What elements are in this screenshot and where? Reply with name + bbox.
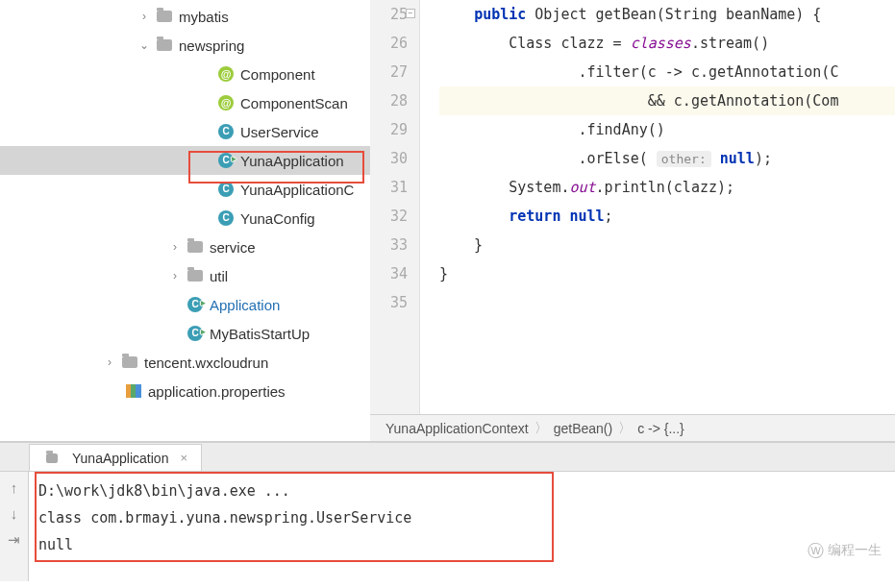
fold-icon[interactable] (406, 268, 415, 278)
folder-icon (186, 267, 204, 284)
editor-body[interactable]: public Object getBean(String beanName) {… (420, 0, 895, 414)
tree-item[interactable]: ›CApplication (0, 290, 370, 319)
run-tool-window: YunaApplication × ↑ ↓ ⇥ D:\work\jdk8\bin… (0, 442, 895, 581)
tree-item[interactable]: ›util (0, 261, 370, 290)
annotation-icon: @ (217, 65, 235, 83)
tree-item-label: YunaApplicationC (240, 182, 354, 198)
crumb-method[interactable]: getBean() (548, 421, 618, 436)
code-line[interactable]: .findAny() (439, 115, 895, 144)
tree-item[interactable]: ›CUserService (0, 117, 370, 146)
gutter-line[interactable]: 27 (370, 58, 408, 86)
fold-icon[interactable]: − (406, 9, 415, 18)
fold-icon[interactable] (406, 239, 415, 249)
tree-item-label: util (210, 268, 228, 284)
tree-item[interactable]: ›CYunaApplicationC (0, 175, 370, 204)
class-icon: C (186, 296, 204, 313)
console-body: ↑ ↓ ⇥ D:\work\jdk8\bin\java.exe ...class… (0, 472, 895, 581)
folder-icon (121, 354, 138, 371)
tree-item-label: tencent.wxcloudrun (144, 355, 268, 371)
scroll-down-icon[interactable]: ↓ (11, 505, 18, 522)
gutter-line[interactable]: 26 (370, 29, 408, 58)
gutter-line[interactable]: 30 (370, 144, 408, 173)
code-line[interactable]: Class clazz = classes.stream() (439, 29, 895, 58)
project-tree[interactable]: ›mybatis⌄newspring›@Component›@Component… (0, 0, 370, 441)
folder-icon (156, 37, 173, 54)
gutter-line[interactable]: 32 (370, 202, 408, 231)
tree-host: ›mybatis⌄newspring›@Component›@Component… (0, 0, 370, 407)
tree-item-label: ComponentScan (240, 95, 348, 111)
class-icon: C (217, 152, 235, 169)
wrap-icon[interactable]: ⇥ (8, 531, 20, 549)
chevron-right-icon[interactable]: › (137, 10, 152, 23)
class-icon: C (186, 325, 204, 342)
chevron-right-icon[interactable]: › (102, 355, 117, 369)
chevron-right-icon: 〉 (618, 420, 632, 437)
gutter-line[interactable]: 34 (370, 259, 408, 288)
gutter-line[interactable]: 25− (370, 0, 408, 29)
tree-item-label: mybatis (179, 9, 229, 25)
code-line[interactable] (439, 288, 895, 317)
tree-item[interactable]: ›service (0, 233, 370, 261)
code-line[interactable]: } (439, 259, 895, 288)
tree-item-label: Application (210, 297, 280, 313)
tree-item-label: newspring (179, 37, 244, 54)
console-line: D:\work\jdk8\bin\java.exe ... (38, 478, 885, 504)
code-line[interactable]: && c.getAnnotation(Com (439, 86, 895, 115)
crumb-context[interactable]: YunaApplicationContext (380, 421, 535, 436)
editor-gutter: 25−26272829303132333435 (370, 0, 420, 414)
code-editor[interactable]: 25−26272829303132333435 public Object ge… (370, 0, 895, 414)
close-icon[interactable]: × (180, 451, 187, 465)
tree-item[interactable]: ›CMyBatisStartUp (0, 319, 370, 348)
class-icon: C (217, 209, 235, 227)
run-tab-bar: YunaApplication × (0, 443, 895, 472)
tree-item[interactable]: ›CYunaConfig (0, 204, 370, 233)
console-toolbar: ↑ ↓ ⇥ (0, 472, 29, 581)
folder-icon (156, 8, 173, 25)
gutter-line[interactable]: 35 (370, 288, 408, 317)
run-config-tab[interactable]: YunaApplication × (29, 444, 202, 471)
breadcrumb-bar: YunaApplicationContext 〉 getBean() 〉 c -… (370, 414, 895, 441)
scroll-up-icon[interactable]: ↑ (11, 479, 18, 496)
folder-icon (186, 238, 204, 256)
chevron-right-icon[interactable]: › (167, 240, 183, 254)
code-line[interactable]: .orElse( other: null); (439, 144, 895, 173)
tree-item[interactable]: ›mybatis (0, 2, 370, 31)
wechat-icon: ⓦ (808, 542, 824, 560)
tree-item[interactable]: ›CYunaApplication (0, 146, 370, 175)
tree-item-label: YunaConfig (240, 210, 315, 227)
gutter-line[interactable]: 28 (370, 86, 408, 115)
crumb-lambda[interactable]: c -> {...} (632, 421, 690, 436)
tree-item[interactable]: ›tencent.wxcloudrun (0, 348, 370, 377)
annotation-icon: @ (217, 94, 235, 111)
tree-item[interactable]: ⌄newspring (0, 31, 370, 60)
console-output[interactable]: D:\work\jdk8\bin\java.exe ...class com.b… (29, 472, 895, 581)
properties-icon (125, 382, 142, 400)
code-line[interactable]: } (439, 231, 895, 259)
class-icon: C (217, 181, 235, 198)
code-line[interactable]: System.out.println(clazz); (439, 173, 895, 202)
code-line[interactable]: return null; (439, 202, 895, 231)
chevron-right-icon[interactable]: › (167, 269, 183, 282)
class-icon: C (217, 123, 235, 140)
chevron-down-icon[interactable]: ⌄ (137, 38, 152, 52)
code-line[interactable]: public Object getBean(String beanName) { (439, 0, 895, 29)
gutter-line[interactable]: 31 (370, 173, 408, 202)
tree-item[interactable]: ›@ComponentScan (0, 88, 370, 117)
watermark-text: ⓦ 编程一生 (808, 540, 882, 562)
console-line: null (38, 531, 885, 558)
tree-item[interactable]: ›application.properties (0, 377, 370, 405)
code-line[interactable]: .filter(c -> c.getAnnotation(C (439, 58, 895, 86)
tree-item-label: application.properties (148, 383, 286, 400)
gutter-line[interactable]: 33 (370, 231, 408, 259)
chevron-right-icon: 〉 (535, 420, 548, 437)
tree-item-label: Component (240, 66, 315, 83)
editor-pane: 25−26272829303132333435 public Object ge… (370, 0, 895, 441)
run-tab-label: YunaApplication (72, 451, 168, 466)
tree-item-label: YunaApplication (240, 153, 344, 169)
tree-item-label: UserService (240, 124, 319, 140)
ide-main-split: ›mybatis⌄newspring›@Component›@Component… (0, 0, 895, 442)
gutter-line[interactable]: 29 (370, 115, 408, 144)
console-line: class com.brmayi.yuna.newspring.UserServ… (38, 504, 885, 531)
tree-item[interactable]: ›@Component (0, 60, 370, 88)
tree-item-label: service (210, 239, 256, 256)
